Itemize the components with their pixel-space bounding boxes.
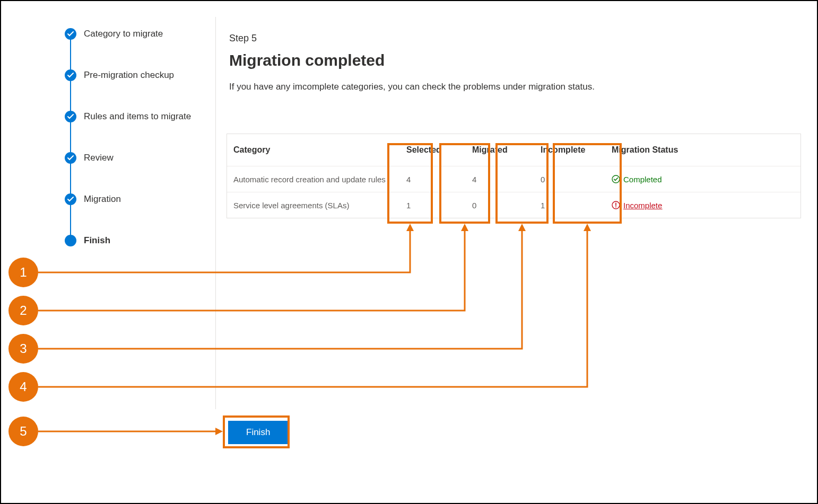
vertical-divider: [215, 17, 216, 409]
col-header-migrated: Migrated: [466, 134, 534, 166]
status-incomplete-link[interactable]: Incomplete: [612, 201, 662, 210]
annotation-number-1: 1: [8, 258, 38, 287]
cell-incomplete: 0: [534, 166, 605, 192]
svg-marker-5: [461, 224, 468, 231]
error-circle-icon: [612, 201, 620, 209]
step-kicker: Step 5: [229, 33, 801, 44]
col-header-status: Migration Status: [605, 134, 690, 166]
page-description: If you have any imcomplete categories, y…: [229, 80, 611, 94]
cell-migrated: 0: [466, 192, 534, 218]
step-label: Migration: [84, 194, 121, 205]
annotation-number-2: 2: [8, 296, 38, 325]
svg-marker-7: [584, 224, 591, 231]
check-icon: [65, 193, 76, 205]
finish-button[interactable]: Finish: [228, 421, 288, 444]
check-circle-icon: [612, 175, 620, 183]
svg-marker-8: [215, 428, 223, 435]
check-icon: [65, 69, 76, 81]
col-header-incomplete: Incomplete: [534, 134, 605, 166]
step-finish[interactable]: Finish: [65, 234, 219, 247]
col-header-selected: Selected: [400, 134, 466, 166]
current-step-icon: [65, 235, 76, 246]
step-review[interactable]: Review: [65, 152, 219, 164]
table-row: Service level agreements (SLAs) 1 0 1 In…: [227, 192, 800, 218]
step-rules-and-items[interactable]: Rules and items to migrate: [65, 110, 219, 123]
svg-point-3: [615, 207, 616, 208]
cell-migrated: 4: [466, 166, 534, 192]
status-text: Completed: [623, 175, 662, 184]
table-header-row: Category Selected Migrated Incomplete Mi…: [227, 134, 800, 166]
annotation-number-5: 5: [8, 417, 38, 446]
col-header-category: Category: [227, 134, 400, 166]
annotation-number-3: 3: [8, 334, 38, 364]
step-pre-migration-checkup[interactable]: Pre-migration checkup: [65, 69, 219, 82]
step-category-to-migrate[interactable]: Category to migrate: [65, 28, 219, 40]
main-panel: Step 5 Migration completed If you have a…: [229, 33, 801, 103]
cell-selected: 1: [400, 192, 466, 218]
svg-marker-6: [518, 224, 526, 231]
wizard-stepper: Category to migrate Pre-migration checku…: [65, 28, 219, 247]
status-completed: Completed: [612, 175, 662, 184]
svg-marker-4: [406, 224, 414, 231]
check-icon: [65, 152, 76, 164]
annotation-number-4: 4: [8, 372, 38, 402]
cell-category: Service level agreements (SLAs): [227, 192, 400, 218]
step-label: Review: [84, 153, 114, 163]
status-text: Incomplete: [623, 201, 662, 210]
check-icon: [65, 28, 76, 40]
step-label: Finish: [84, 235, 110, 246]
check-icon: [65, 111, 76, 122]
cell-selected: 4: [400, 166, 466, 192]
step-migration[interactable]: Migration: [65, 193, 219, 206]
table-row: Automatic record creation and update rul…: [227, 166, 800, 192]
step-label: Rules and items to migrate: [84, 111, 191, 122]
cell-status: Incomplete: [605, 192, 690, 218]
cell-category: Automatic record creation and update rul…: [227, 166, 400, 192]
page-title: Migration completed: [229, 51, 801, 69]
step-label: Pre-migration checkup: [84, 70, 174, 81]
cell-incomplete: 1: [534, 192, 605, 218]
step-label: Category to migrate: [84, 29, 163, 39]
cell-status: Completed: [605, 166, 690, 192]
migration-results-table: Category Selected Migrated Incomplete Mi…: [227, 134, 801, 218]
